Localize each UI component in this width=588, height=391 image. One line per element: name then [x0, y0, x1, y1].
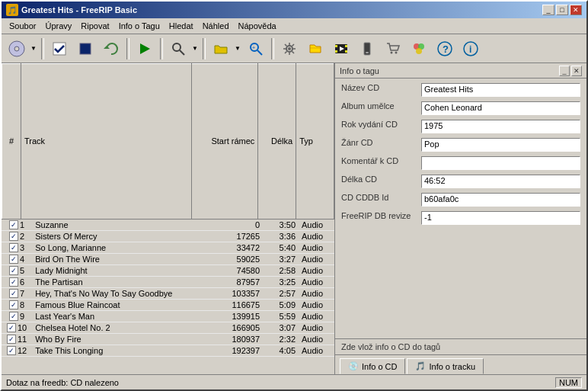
track-checkbox[interactable]: ✓ [9, 289, 18, 298]
col-header-track: Track [21, 64, 191, 220]
track-checkbox[interactable]: ✓ [9, 312, 18, 321]
info-field-label: FreeRIP DB revize [341, 211, 421, 220]
track-checkbox[interactable]: ✓ [9, 255, 18, 264]
menu-napoveda[interactable]: Nápověda [234, 20, 281, 32]
track-checkbox[interactable]: ✓ [9, 277, 18, 287]
track-checkbox[interactable]: ✓ [7, 335, 16, 344]
track-checkbox[interactable]: ✓ [7, 323, 16, 332]
track-num: 7 [20, 289, 24, 298]
track-type: Audio [299, 242, 334, 253]
track-length: 5:40 [263, 242, 299, 253]
track-type: Audio [299, 230, 334, 242]
menu-hledat[interactable]: Hledat [165, 20, 198, 32]
info-field-value[interactable]: Greatest Hits [421, 83, 580, 97]
table-row[interactable]: ✓ 11 Who By Fire 180937 2:32 Audio [2, 333, 334, 345]
menu-nahled[interactable]: Náhled [198, 20, 234, 32]
open-file-button[interactable] [303, 37, 328, 60]
settings-button[interactable] [277, 37, 302, 60]
search-button[interactable] [166, 37, 190, 60]
cd-tab-label: Info o CD [362, 362, 397, 371]
cart-button[interactable] [381, 37, 405, 60]
track-name: So Long, Marianne [32, 242, 200, 253]
info-field-value[interactable]: 46:52 [421, 175, 580, 188]
tab-info-cd[interactable]: 💿 Info o CD [340, 358, 405, 374]
info-field-row: Album umělce Cohen Leonard [341, 101, 580, 115]
mobile-button[interactable] [355, 37, 379, 60]
cd-tab-icon: 💿 [348, 361, 359, 371]
menu-soubor[interactable]: Soubor [5, 20, 40, 32]
table-row[interactable]: ✓ 3 So Long, Marianne 33472 5:40 Audio [2, 242, 334, 253]
track-type: Audio [299, 287, 334, 299]
track-checkbox[interactable]: ✓ [9, 266, 18, 275]
stop-button[interactable] [73, 37, 97, 60]
info-field-value[interactable]: Cohen Leonard [421, 101, 580, 115]
track-length: 5:59 [263, 310, 299, 322]
table-row[interactable]: ✓ 12 Take This Longing 192397 4:05 Audio [2, 345, 334, 356]
folder-button-arrow[interactable]: ▼ [233, 37, 242, 60]
colors-button[interactable] [407, 37, 431, 60]
info-field-value[interactable]: Pop [421, 138, 580, 152]
info-field-value[interactable]: 1975 [421, 120, 580, 133]
info-button[interactable]: i [459, 37, 483, 60]
help-button[interactable]: ? [433, 37, 457, 60]
track-checkbox[interactable]: ✓ [9, 232, 18, 241]
table-row[interactable]: ✓ 7 Hey, That's No Way To Say Goodbye 10… [2, 287, 334, 299]
track-checkbox[interactable]: ✓ [9, 300, 18, 309]
menu-ripovat[interactable]: Ripovat [76, 20, 113, 32]
track-scroll[interactable]: ✓ 1 Suzanne 0 3:50 Audio ✓ 2 Sisters Of … [2, 220, 334, 375]
track-tab-label: Info o tracku [429, 362, 475, 371]
title-buttons: _ □ ✕ [542, 5, 582, 15]
info-field-label: CD CDDB Id [341, 193, 421, 202]
info-field-value[interactable]: b60afa0c [421, 193, 580, 207]
track-start: 139915 [200, 310, 263, 322]
menu-upravy[interactable]: Úpravy [40, 20, 76, 32]
refresh-button[interactable] [99, 37, 123, 60]
table-row[interactable]: ✓ 9 Last Year's Man 139915 5:59 Audio [2, 310, 334, 322]
info-close-button[interactable]: ✕ [571, 66, 582, 76]
magnify-button[interactable]: + [244, 37, 268, 60]
table-row[interactable]: ✓ 1 Suzanne 0 3:50 Audio [2, 220, 334, 231]
info-minimize-button[interactable]: _ [559, 66, 570, 76]
play-button[interactable] [133, 37, 157, 60]
minimize-button[interactable]: _ [542, 5, 554, 15]
info-field-row: Rok vydání CD 1975 [341, 120, 580, 133]
track-num: 4 [20, 255, 24, 264]
table-row[interactable]: ✓ 4 Bird On The Wire 59025 3:27 Audio [2, 253, 334, 264]
film-button[interactable] [329, 37, 353, 60]
svg-text:?: ? [443, 43, 449, 55]
sep3 [160, 38, 163, 59]
info-field-label: Žánr CD [341, 138, 421, 147]
search-button-arrow[interactable]: ▼ [190, 37, 200, 60]
svg-point-25 [416, 48, 422, 54]
info-field-value[interactable] [421, 156, 580, 170]
track-type: Audio [299, 264, 334, 276]
table-row[interactable]: ✓ 6 The Partisan 87957 3:25 Audio [2, 276, 334, 287]
check-button[interactable] [47, 37, 72, 60]
track-checkbox[interactable]: ✓ [9, 220, 18, 229]
table-row[interactable]: ✓ 8 Famous Blue Raincoat 116675 5:09 Aud… [2, 299, 334, 310]
info-tabs: 💿 Info o CD 🎵 Info o tracku [335, 354, 586, 374]
cd-button-arrow[interactable]: ▼ [29, 37, 38, 60]
track-num: 12 [18, 346, 27, 355]
maximize-button[interactable]: □ [556, 5, 568, 15]
track-name: The Partisan [32, 276, 200, 287]
cd-button[interactable] [5, 37, 29, 60]
table-row[interactable]: ✓ 10 Chelsea Hotel No. 2 166905 3:07 Aud… [2, 322, 334, 333]
info-field-value[interactable]: -1 [421, 211, 580, 225]
track-length: 5:09 [263, 299, 299, 310]
track-checkbox[interactable]: ✓ [9, 243, 18, 252]
track-start: 17265 [200, 230, 263, 242]
table-row[interactable]: ✓ 2 Sisters Of Mercy 17265 3:36 Audio [2, 230, 334, 242]
col-header-num: # [2, 64, 21, 220]
menu-info-o-tagu[interactable]: Info o Tagu [114, 20, 165, 32]
tab-info-track[interactable]: 🎵 Info o tracku [407, 358, 484, 374]
track-length: 2:57 [263, 287, 299, 299]
track-length: 3:25 [263, 276, 299, 287]
table-row[interactable]: ✓ 5 Lady Midnight 74580 2:58 Audio [2, 264, 334, 276]
track-panel: # Track Start rámec Délka Typ ✓ 1 Suzann… [2, 63, 335, 374]
track-length: 2:32 [263, 333, 299, 345]
track-checkbox[interactable]: ✓ [7, 346, 16, 355]
info-field-row: Žánr CD Pop [341, 138, 580, 152]
close-button[interactable]: ✕ [570, 5, 582, 15]
folder-button[interactable] [209, 37, 233, 60]
